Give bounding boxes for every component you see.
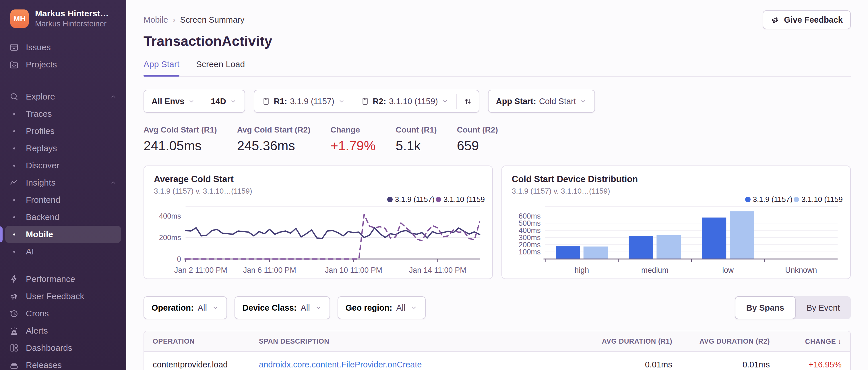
sidebar-item-performance[interactable]: Performance bbox=[5, 270, 121, 288]
svg-text:low: low bbox=[722, 266, 734, 274]
bullet-icon bbox=[9, 130, 22, 132]
svg-text:300ms: 300ms bbox=[519, 233, 541, 241]
sidebar-item-projects[interactable]: Projects bbox=[5, 56, 121, 73]
sidebar-item-user-feedback[interactable]: User Feedback bbox=[5, 288, 121, 305]
chevron-up-icon bbox=[110, 93, 117, 100]
svg-text:0: 0 bbox=[177, 255, 181, 263]
breadcrumb-item-mobile[interactable]: Mobile bbox=[144, 15, 168, 25]
chevron-down-icon bbox=[315, 304, 322, 311]
sidebar-item-explore[interactable]: Explore bbox=[5, 88, 121, 105]
sidebar-item-label: Profiles bbox=[26, 126, 55, 136]
legend-dot-icon bbox=[794, 197, 799, 202]
legend-entry[interactable]: 3.1.10 (1159 bbox=[794, 195, 843, 204]
app-start-type-button[interactable]: App Start:Cold Start bbox=[489, 90, 594, 112]
stat-block: Avg Cold Start (R2)245.36ms bbox=[237, 125, 311, 154]
bullet-icon bbox=[9, 233, 22, 235]
sidebar-item-label: Dashboards bbox=[26, 343, 72, 353]
sidebar-item-frontend[interactable]: Frontend bbox=[5, 191, 121, 208]
sidebar-item-label: User Feedback bbox=[26, 292, 84, 301]
operation-filter-button[interactable]: Operation:All bbox=[144, 296, 227, 319]
tab-screen-load[interactable]: Screen Load bbox=[196, 59, 245, 76]
sidebar-item-issues[interactable]: Issues bbox=[5, 39, 121, 56]
sidebar-spacer bbox=[5, 73, 121, 88]
table-header-span-description[interactable]: SPAN DESCRIPTION bbox=[259, 337, 578, 345]
date-range-button[interactable]: 14D bbox=[203, 90, 244, 112]
sidebar-item-alerts[interactable]: Alerts bbox=[5, 322, 121, 339]
sidebar-nav: IssuesProjectsExploreTracesProfilesRepla… bbox=[0, 39, 126, 370]
breadcrumb-item-screen-summary: Screen Summary bbox=[180, 15, 244, 25]
bar-chart-svg: 600ms500ms400ms300ms200ms100mshighmedium… bbox=[512, 206, 840, 278]
svg-text:400ms: 400ms bbox=[519, 226, 541, 234]
span-description-link[interactable]: androidx.core.content.FileProvider.onCre… bbox=[259, 360, 578, 369]
main-content: Mobile › Screen Summary Give Feedback Tr… bbox=[126, 0, 868, 370]
stat-label: Avg Cold Start (R1) bbox=[144, 125, 217, 135]
legend-entry[interactable]: 3.1.9 (1157) bbox=[387, 195, 435, 204]
table-header-avg-duration-r2-[interactable]: AVG DURATION (R2) bbox=[672, 337, 770, 345]
sidebar-item-dashboards[interactable]: Dashboards bbox=[5, 339, 121, 357]
sidebar-item-traces[interactable]: Traces bbox=[5, 105, 121, 123]
table-header-change[interactable]: CHANGE↓ bbox=[770, 337, 842, 346]
sidebar-item-discover[interactable]: Discover bbox=[5, 157, 121, 174]
dashboards-icon bbox=[9, 343, 22, 353]
stat-value: 5.1k bbox=[396, 138, 437, 154]
sidebar-item-ai[interactable]: AI bbox=[5, 243, 121, 260]
spans-table: OPERATIONSPAN DESCRIPTIONAVG DURATION (R… bbox=[144, 331, 851, 370]
geo-region-filter-button[interactable]: Geo region:All bbox=[338, 296, 426, 319]
stat-block: Avg Cold Start (R1)241.05ms bbox=[144, 125, 217, 154]
line-chart-svg: 400ms200ms0Jan 2 11:00 PMJan 6 11:00 PMJ… bbox=[154, 206, 483, 278]
legend-label: 3.1.10 (1159 bbox=[801, 195, 843, 204]
releases-icon bbox=[9, 360, 22, 370]
sidebar-item-insights[interactable]: Insights bbox=[5, 174, 121, 191]
legend-entry[interactable]: 3.1.10 (1159 bbox=[436, 195, 485, 204]
sidebar: MH Markus Hinterst… Markus Hintersteiner… bbox=[0, 0, 126, 370]
chart-subtitle: 3.1.9 (1157) v. 3.1.10…(1159) bbox=[154, 187, 483, 196]
sidebar-item-crons[interactable]: Crons bbox=[5, 305, 121, 322]
legend-dot-icon bbox=[436, 197, 441, 202]
svg-text:500ms: 500ms bbox=[519, 219, 541, 227]
search-icon bbox=[9, 92, 22, 102]
svg-text:200ms: 200ms bbox=[159, 233, 181, 241]
table-header-avg-duration-r1-[interactable]: AVG DURATION (R1) bbox=[578, 337, 672, 345]
sidebar-item-label: Discover bbox=[26, 161, 59, 170]
breadcrumb-separator-icon: › bbox=[173, 15, 175, 25]
give-feedback-button[interactable]: Give Feedback bbox=[763, 10, 851, 29]
chevron-down-icon bbox=[188, 98, 195, 105]
avatar: MH bbox=[10, 9, 29, 28]
stat-label: Avg Cold Start (R2) bbox=[237, 125, 311, 135]
avg-duration-r1-cell: 0.01ms bbox=[578, 360, 672, 369]
megaphone-icon bbox=[771, 15, 780, 24]
sidebar-item-mobile[interactable]: Mobile bbox=[5, 226, 121, 243]
sidebar-item-label: Traces bbox=[26, 109, 52, 119]
swap-releases-button[interactable] bbox=[457, 90, 479, 112]
issues-icon bbox=[9, 42, 22, 52]
stat-block: Count (R1)5.1k bbox=[396, 125, 437, 154]
legend-dot-icon bbox=[387, 197, 393, 202]
device-class-filter-button[interactable]: Device Class:All bbox=[235, 296, 330, 319]
table-row[interactable]: contentprovider.loadandroidx.core.conten… bbox=[144, 352, 850, 370]
sidebar-spacer bbox=[5, 260, 121, 270]
performance-icon bbox=[9, 274, 22, 284]
release-box-icon bbox=[361, 97, 369, 106]
release-r1-button[interactable]: R1:3.1.9 (1157) bbox=[254, 90, 353, 112]
chevron-down-icon bbox=[229, 98, 237, 105]
env-filter-button[interactable]: All Envs bbox=[144, 90, 203, 112]
table-header-operation[interactable]: OPERATION bbox=[153, 337, 259, 345]
sidebar-item-releases[interactable]: Releases bbox=[5, 357, 121, 370]
sidebar-item-profiles[interactable]: Profiles bbox=[5, 123, 121, 140]
chart-title: Average Cold Start bbox=[154, 174, 483, 184]
bullet-icon bbox=[9, 165, 22, 167]
sidebar-item-replays[interactable]: Replays bbox=[5, 140, 121, 157]
tab-app-start[interactable]: App Start bbox=[144, 59, 179, 76]
release-r2-button[interactable]: R2:3.1.10 (1159) bbox=[353, 90, 456, 112]
toggle-by-event[interactable]: By Event bbox=[796, 296, 851, 319]
toggle-by-spans[interactable]: By Spans bbox=[735, 296, 796, 319]
user-subtitle: Markus Hintersteiner bbox=[35, 20, 109, 28]
user-card[interactable]: MH Markus Hinterst… Markus Hintersteiner bbox=[0, 0, 126, 28]
svg-text:Jan 14 11:00 PM: Jan 14 11:00 PM bbox=[409, 266, 466, 274]
legend-entry[interactable]: 3.1.9 (1157) bbox=[745, 195, 793, 204]
charts-row: Average Cold Start 3.1.9 (1157) v. 3.1.1… bbox=[144, 166, 851, 279]
sidebar-item-backend[interactable]: Backend bbox=[5, 208, 121, 226]
svg-text:100ms: 100ms bbox=[519, 248, 541, 256]
chart-card-average-cold-start: Average Cold Start 3.1.9 (1157) v. 3.1.1… bbox=[144, 166, 493, 279]
bullet-icon bbox=[9, 113, 22, 115]
